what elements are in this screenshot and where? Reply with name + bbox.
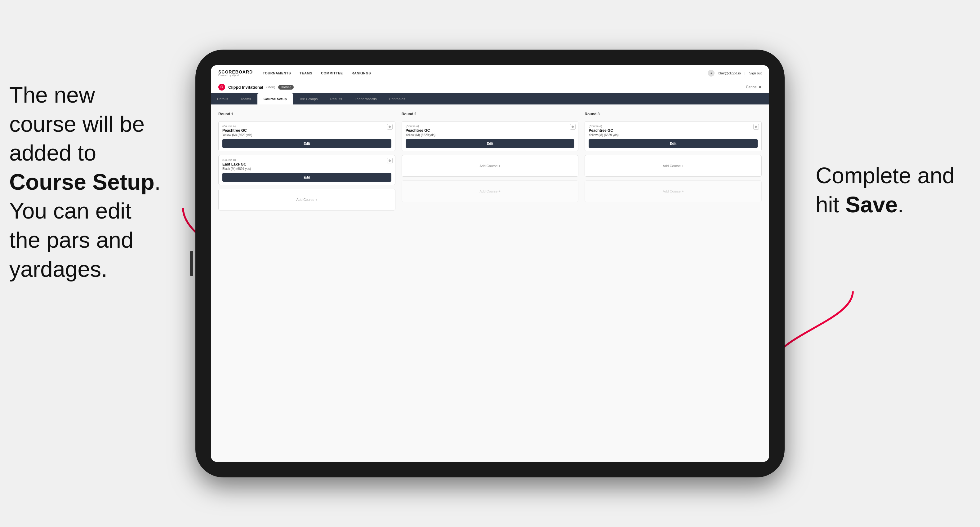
brand-sub: Powered by clippd: [218, 74, 253, 76]
round-3-course-a-details: Yellow (M) (6629 yds): [589, 133, 758, 137]
round-3-course-a-label: (Course A): [589, 125, 758, 128]
nav-committee[interactable]: COMMITTEE: [321, 71, 343, 75]
round-1-course-a-delete-button[interactable]: 🗑: [387, 124, 393, 130]
tab-course-setup[interactable]: Course Setup: [258, 93, 293, 105]
nav-right: ● blair@clippd.io | Sign out: [708, 70, 762, 76]
cancel-x-icon: ✕: [759, 85, 762, 89]
annotation-left: The newcourse will beadded toCourse Setu…: [9, 81, 202, 284]
round-3-course-a-edit-button[interactable]: Edit: [589, 139, 758, 148]
tournament-info: C Clippd Invitational (Men) Hosting: [218, 84, 294, 90]
tab-teams[interactable]: Teams: [234, 93, 258, 105]
tournament-gender: (Men): [266, 85, 275, 89]
tablet-side-button: [190, 251, 193, 276]
tournament-bar: C Clippd Invitational (Men) Hosting Canc…: [211, 81, 769, 93]
annotation-left-text: The newcourse will beadded toCourse Setu…: [9, 83, 161, 281]
round-3-column: Round 3 🗑 (Course A) Peachtree GC Yellow…: [585, 112, 762, 454]
tab-details[interactable]: Details: [211, 93, 234, 105]
round-1-course-a-details: Yellow (M) (6629 yds): [222, 133, 391, 137]
round-2-course-a-name: Peachtree GC: [406, 129, 575, 133]
rounds-grid: Round 1 🗑 (Course A) Peachtree GC Yellow…: [218, 112, 762, 454]
round-1-course-b-card: 🗑 (Course B) East Lake GC Black (M) (689…: [218, 155, 395, 185]
round-2-course-a-card: 🗑 (Course A) Peachtree GC Yellow (M) (66…: [402, 121, 579, 151]
round-3-add-course-card[interactable]: Add Course +: [585, 155, 762, 177]
round-2-column: Round 2 🗑 (Course A) Peachtree GC Yellow…: [402, 112, 579, 454]
round-2-add-course-text: Add Course +: [479, 164, 501, 168]
annotation-right: Complete andhit Save.: [816, 161, 971, 219]
hosting-badge: Hosting: [278, 85, 294, 90]
nav-teams[interactable]: TEAMS: [299, 71, 312, 75]
round-2-add-course-card-disabled: Add Course +: [402, 181, 579, 202]
tab-printables[interactable]: Printables: [383, 93, 412, 105]
nav-tournaments[interactable]: TOURNAMENTS: [262, 71, 291, 75]
round-1-add-course-card[interactable]: Add Course +: [218, 189, 395, 211]
tablet-screen: SCOREBOARD Powered by clippd TOURNAMENTS…: [211, 65, 769, 462]
nav-left: SCOREBOARD Powered by clippd TOURNAMENTS…: [218, 70, 371, 76]
round-3-add-course-card-disabled: Add Course +: [585, 181, 762, 202]
round-1-course-b-label: (Course B): [222, 159, 391, 162]
nav-rankings[interactable]: RANKINGS: [352, 71, 371, 75]
nav-separator: |: [745, 71, 746, 75]
round-2-course-a-delete-button[interactable]: 🗑: [570, 124, 576, 130]
round-2-title: Round 2: [402, 112, 579, 116]
round-3-course-a-card: 🗑 (Course A) Peachtree GC Yellow (M) (66…: [585, 121, 762, 151]
brand-main: SCOREBOARD: [218, 70, 253, 74]
round-3-course-a-name: Peachtree GC: [589, 129, 758, 133]
user-email: blair@clippd.io: [718, 71, 741, 75]
tablet-frame: SCOREBOARD Powered by clippd TOURNAMENTS…: [196, 49, 784, 478]
round-3-course-a-delete-button[interactable]: 🗑: [753, 124, 759, 130]
round-1-course-b-edit-button[interactable]: Edit: [222, 173, 391, 182]
round-1-course-a-edit-button[interactable]: Edit: [222, 139, 391, 148]
round-3-add-course-text: Add Course +: [663, 164, 684, 168]
tab-tee-groups[interactable]: Tee Groups: [293, 93, 324, 105]
sign-out-link[interactable]: Sign out: [749, 71, 762, 75]
round-2-add-course-card[interactable]: Add Course +: [402, 155, 579, 177]
tab-results[interactable]: Results: [324, 93, 348, 105]
user-avatar: ●: [708, 70, 714, 76]
annotation-right-text: Complete andhit Save.: [816, 163, 955, 217]
tab-bar: Details Teams Course Setup Tee Groups Re…: [211, 93, 769, 105]
nav-links: TOURNAMENTS TEAMS COMMITTEE RANKINGS: [262, 71, 371, 75]
round-2-course-a-edit-button[interactable]: Edit: [406, 139, 575, 148]
round-2-course-a-details: Yellow (M) (6629 yds): [406, 133, 575, 137]
round-3-title: Round 3: [585, 112, 762, 116]
round-1-column: Round 1 🗑 (Course A) Peachtree GC Yellow…: [218, 112, 395, 454]
cancel-button[interactable]: Cancel ✕: [746, 85, 762, 89]
round-1-course-a-label: (Course A): [222, 125, 391, 128]
round-2-course-a-label: (Course A): [406, 125, 575, 128]
round-1-course-b-delete-button[interactable]: 🗑: [387, 158, 393, 163]
round-2-add-course-disabled-text: Add Course +: [479, 189, 501, 193]
tab-leaderboards[interactable]: Leaderboards: [348, 93, 383, 105]
round-3-add-course-disabled-text: Add Course +: [663, 189, 684, 193]
round-1-course-a-name: Peachtree GC: [222, 129, 391, 133]
top-nav: SCOREBOARD Powered by clippd TOURNAMENTS…: [211, 65, 769, 81]
tournament-name: Clippd Invitational: [228, 85, 263, 90]
round-1-title: Round 1: [218, 112, 395, 116]
round-1-add-course-text: Add Course +: [296, 198, 318, 202]
scoreboard-brand: SCOREBOARD Powered by clippd: [218, 70, 253, 76]
round-1-course-b-details: Black (M) (6891 yds): [222, 167, 391, 170]
clippd-logo: C: [218, 84, 225, 90]
round-1-course-a-card: 🗑 (Course A) Peachtree GC Yellow (M) (66…: [218, 121, 395, 151]
round-1-course-b-name: East Lake GC: [222, 162, 391, 167]
main-content: Round 1 🗑 (Course A) Peachtree GC Yellow…: [211, 105, 769, 462]
